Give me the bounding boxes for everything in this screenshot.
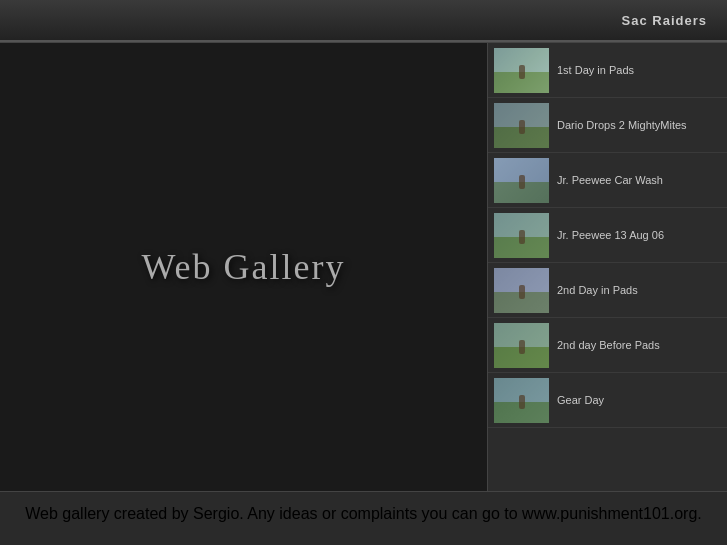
footer-text: Web gallery created by Sergio. Any ideas… xyxy=(25,505,702,523)
gallery-item-label: 2nd Day in Pads xyxy=(557,283,638,297)
gallery-item-label: 1st Day in Pads xyxy=(557,63,634,77)
gallery-item-label: Dario Drops 2 MightyMites xyxy=(557,118,687,132)
gallery-item[interactable]: Jr. Peewee Car Wash xyxy=(488,153,727,208)
gallery-item[interactable]: Dario Drops 2 MightyMites xyxy=(488,98,727,153)
gallery-thumbnail xyxy=(494,213,549,258)
gallery-item-label: Gear Day xyxy=(557,393,604,407)
gallery-item[interactable]: Jr. Peewee 13 Aug 06 xyxy=(488,208,727,263)
gallery-thumbnail xyxy=(494,158,549,203)
gallery-list[interactable]: 1st Day in PadsDario Drops 2 MightyMites… xyxy=(488,43,727,491)
gallery-thumbnail xyxy=(494,103,549,148)
gallery-thumbnail xyxy=(494,48,549,93)
gallery-item[interactable]: Gear Day xyxy=(488,373,727,428)
web-gallery-heading: Web Gallery xyxy=(141,246,345,288)
gallery-panel: 1st Day in PadsDario Drops 2 MightyMites… xyxy=(487,43,727,491)
footer: Web gallery created by Sergio. Any ideas… xyxy=(0,492,727,535)
gallery-item[interactable]: 2nd day Before Pads xyxy=(488,318,727,373)
left-panel: Web Gallery xyxy=(0,43,487,491)
gallery-thumbnail xyxy=(494,323,549,368)
site-title: Sac Raiders xyxy=(622,13,707,28)
gallery-thumbnail xyxy=(494,268,549,313)
header-bar: Sac Raiders xyxy=(0,0,727,42)
gallery-thumbnail xyxy=(494,378,549,423)
gallery-item-label: Jr. Peewee 13 Aug 06 xyxy=(557,228,664,242)
gallery-item[interactable]: 2nd Day in Pads xyxy=(488,263,727,318)
gallery-item[interactable]: 1st Day in Pads xyxy=(488,43,727,98)
main-content: Web Gallery 1st Day in PadsDario Drops 2… xyxy=(0,42,727,492)
gallery-item-label: 2nd day Before Pads xyxy=(557,338,660,352)
gallery-item-label: Jr. Peewee Car Wash xyxy=(557,173,663,187)
